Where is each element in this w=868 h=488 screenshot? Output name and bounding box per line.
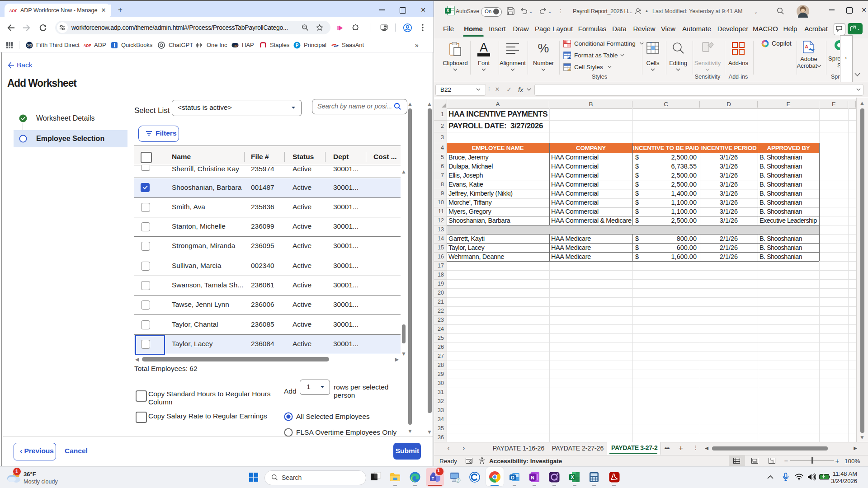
svg-text:⤴: ⤴ [457,479,459,482]
svg-text:ADP: ADP [84,43,91,48]
svg-text:ADP: ADP [9,9,17,13]
svg-text:5/3: 5/3 [27,43,32,47]
svg-text:X: X [571,474,574,480]
svg-text:hap: hap [233,44,238,47]
svg-text:P: P [296,43,299,48]
svg-text:N: N [531,475,534,480]
svg-text:X: X [446,8,449,13]
svg-text:T: T [432,476,434,481]
svg-text:O: O [511,475,514,480]
svg-text:A: A [805,44,808,49]
